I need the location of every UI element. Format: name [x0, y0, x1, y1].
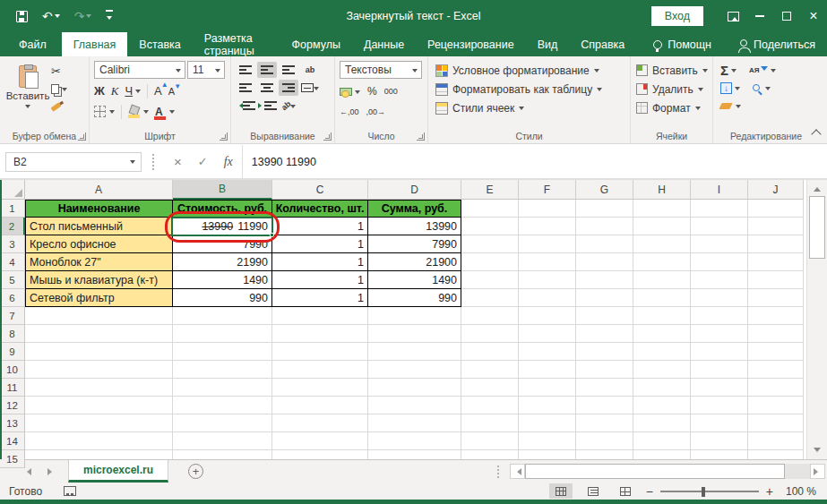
row-header-12[interactable]: 12 — [0, 397, 25, 414]
row-header-2[interactable]: 2 — [0, 218, 25, 235]
align-left-button[interactable] — [236, 80, 255, 96]
cell-a6[interactable]: Сетевой фильтр — [25, 289, 173, 307]
row-header-1[interactable]: 1 — [0, 200, 25, 218]
font-color-icon[interactable]: А — [155, 107, 163, 116]
row-header-11[interactable]: 11 — [0, 379, 25, 397]
cells-area[interactable]: Наименование Стоимость, руб. Количество,… — [25, 200, 804, 459]
cell-b6[interactable]: 990 — [173, 289, 272, 307]
format-as-table-button[interactable]: Форматировать как таблицу — [435, 80, 626, 98]
scroll-right-button[interactable] — [810, 464, 825, 479]
minimize-button[interactable] — [746, 0, 773, 32]
cut-button[interactable]: ✂ — [51, 64, 67, 78]
format-cells-button[interactable]: Формат — [636, 98, 709, 117]
bold-button[interactable]: Ж — [94, 84, 105, 98]
cell-d1[interactable]: Сумма, руб. — [368, 200, 461, 218]
column-header-d[interactable]: D — [368, 180, 461, 200]
tab-page-layout[interactable]: Разметка страницы — [193, 32, 280, 56]
shrink-font-button[interactable]: А▼ — [168, 86, 175, 97]
scroll-down-button[interactable] — [807, 444, 827, 459]
tab-review[interactable]: Рецензирование — [416, 32, 526, 56]
merge-center-button[interactable] — [300, 80, 320, 96]
number-format-combo[interactable]: Текстовы — [340, 61, 422, 79]
row-header-4[interactable]: 4 — [0, 253, 25, 271]
horizontal-scroll-thumb[interactable] — [525, 464, 785, 479]
page-layout-view-button[interactable] — [581, 483, 605, 499]
tab-help[interactable]: Справка — [569, 32, 636, 56]
redo-button[interactable]: ↷ — [74, 10, 92, 22]
insert-function-button[interactable]: fx — [224, 155, 233, 169]
zoom-in-button[interactable]: + — [766, 485, 773, 498]
macro-record-icon[interactable] — [64, 486, 76, 496]
borders-icon[interactable] — [94, 106, 106, 117]
comma-style-button[interactable]: 000 — [384, 87, 398, 96]
font-size-combo[interactable]: 11 — [187, 61, 225, 79]
increase-decimal-button[interactable]: ←,00 — [340, 107, 359, 116]
wrap-text-button[interactable]: ab — [300, 62, 320, 78]
assistant-button[interactable]: Помощн — [642, 32, 723, 56]
cell-c2[interactable]: 1 — [272, 218, 368, 235]
vertical-scroll-thumb[interactable] — [809, 196, 825, 259]
increase-indent-button[interactable] — [257, 98, 277, 114]
align-bottom-button[interactable] — [279, 62, 298, 78]
cell-d5[interactable]: 1490 — [368, 271, 461, 289]
row-header-15[interactable]: 15 — [0, 450, 25, 468]
decrease-decimal-button[interactable]: ,00→ — [366, 107, 386, 116]
row-header-7[interactable]: 7 — [0, 307, 25, 325]
zoom-level[interactable]: 100 % — [782, 485, 816, 498]
formula-input[interactable]: 13990 11990 — [242, 145, 827, 178]
clipboard-dialog-launcher[interactable] — [78, 132, 86, 141]
font-name-combo[interactable]: Calibri — [94, 61, 185, 79]
alignment-dialog-launcher[interactable] — [323, 132, 332, 141]
close-button[interactable]: × — [800, 0, 827, 32]
number-dialog-launcher[interactable] — [417, 132, 425, 141]
vertical-scrollbar[interactable] — [806, 180, 827, 459]
sign-in-button[interactable]: Вход — [651, 6, 703, 26]
tab-file[interactable]: Файл — [4, 32, 62, 56]
accounting-format-icon[interactable] — [340, 88, 352, 96]
font-dialog-launcher[interactable] — [220, 132, 228, 141]
row-header-8[interactable]: 8 — [0, 325, 25, 343]
page-break-view-button[interactable] — [614, 483, 637, 499]
name-box[interactable]: B2 — [5, 152, 142, 172]
tab-data[interactable]: Данные — [352, 32, 416, 56]
decrease-indent-button[interactable] — [236, 98, 255, 114]
scroll-up-button[interactable] — [807, 180, 827, 195]
tab-formulas[interactable]: Формулы — [280, 32, 352, 56]
cell-b4[interactable]: 21990 — [173, 253, 272, 271]
column-header-i[interactable]: I — [691, 180, 748, 200]
cell-a5[interactable]: Мышь и клавиатура (к-т) — [25, 271, 173, 289]
percent-style-button[interactable]: % — [367, 85, 377, 98]
undo-button[interactable]: ↶ — [42, 10, 60, 22]
next-sheet-button[interactable] — [47, 468, 56, 475]
conditional-formatting-button[interactable]: Условное форматирование — [435, 61, 626, 80]
align-center-button[interactable] — [257, 80, 277, 96]
zoom-slider-thumb[interactable] — [702, 487, 705, 497]
zoom-slider[interactable] — [660, 485, 759, 498]
format-painter-button[interactable] — [51, 99, 67, 114]
column-header-a[interactable]: A — [25, 180, 173, 200]
cancel-button[interactable]: × — [174, 154, 182, 169]
column-header-b[interactable]: B — [173, 180, 272, 200]
insert-cells-button[interactable]: Вставить — [636, 61, 709, 80]
cell-c1[interactable]: Количество, шт. — [272, 200, 368, 218]
share-button[interactable]: Поделиться — [728, 32, 827, 56]
enter-button[interactable]: ✓ — [198, 155, 208, 168]
cell-d3[interactable]: 7990 — [368, 235, 461, 253]
row-header-3[interactable]: 3 — [0, 235, 25, 253]
cell-a3[interactable]: Кресло офисное — [25, 235, 173, 253]
cell-d4[interactable]: 21900 — [368, 253, 461, 271]
cell-a4[interactable]: Моноблок 27" — [25, 253, 173, 271]
cell-styles-button[interactable]: Стили ячеек — [435, 98, 626, 117]
sort-filter-button[interactable]: АЯ — [749, 65, 776, 75]
orientation-button[interactable]: ab — [279, 98, 298, 114]
autosum-button[interactable]: Σ — [720, 64, 737, 77]
clear-button[interactable] — [720, 101, 741, 111]
fill-button[interactable]: ↓ — [720, 82, 740, 94]
scroll-left-button[interactable] — [510, 464, 525, 479]
align-right-button[interactable] — [279, 80, 298, 96]
cell-a1[interactable]: Наименование — [25, 200, 173, 218]
align-middle-button[interactable] — [257, 62, 277, 78]
copy-button[interactable] — [51, 81, 67, 96]
tab-bar-splitter[interactable] — [497, 466, 503, 478]
formula-bar-splitter[interactable] — [152, 154, 158, 170]
